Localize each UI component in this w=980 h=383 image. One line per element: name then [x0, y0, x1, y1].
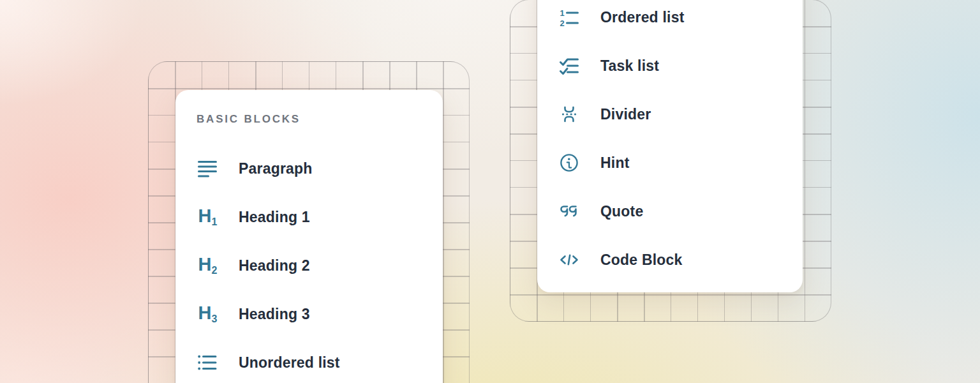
paragraph-icon	[197, 158, 218, 179]
ordered-list-icon: 12	[558, 6, 580, 28]
code-block-icon	[558, 249, 580, 271]
menu-item-label: Heading 1	[239, 209, 310, 226]
menu-item-ordered-list[interactable]: 12 Ordered list	[558, 0, 803, 41]
menu-item-code-block[interactable]: Code Block	[558, 236, 803, 284]
heading-1-icon: H1	[197, 206, 218, 228]
menu-item-unordered-list[interactable]: Unordered list	[197, 338, 443, 383]
heading-2-icon: H2	[197, 255, 218, 276]
menu-item-heading-2[interactable]: H2 Heading 2	[197, 241, 443, 290]
heading-3-icon: H3	[197, 303, 218, 325]
menu-item-quote[interactable]: Quote	[558, 187, 803, 236]
hint-icon	[558, 152, 580, 174]
section-label: BASIC BLOCKS	[197, 112, 443, 127]
unordered-list-icon	[197, 352, 218, 373]
menu-item-list-left: Paragraph H1 Heading 1 H2 Heading 2 H3 H…	[197, 144, 443, 383]
menu-item-heading-1[interactable]: H1 Heading 1	[197, 193, 443, 241]
menu-item-label: Task list	[600, 57, 659, 75]
svg-text:1: 1	[560, 8, 565, 18]
menu-item-task-list[interactable]: Task list	[558, 41, 803, 90]
menu-item-label: Paragraph	[239, 160, 313, 177]
menu-item-label: Heading 2	[239, 257, 310, 274]
menu-item-hint[interactable]: Hint	[558, 139, 803, 187]
svg-text:2: 2	[560, 19, 565, 28]
menu-item-label: Quote	[600, 203, 643, 220]
menu-item-label: Heading 3	[239, 306, 310, 323]
menu-item-divider[interactable]: Divider	[558, 90, 803, 139]
divider-icon	[558, 103, 580, 125]
menu-item-paragraph[interactable]: Paragraph	[197, 144, 443, 193]
quote-icon	[558, 200, 580, 222]
menu-item-list-right: 12 Ordered list Task list Divider Hint Q…	[558, 0, 803, 284]
menu-item-label: Ordered list	[600, 9, 685, 26]
task-list-icon	[558, 55, 580, 77]
menu-item-label: Hint	[600, 154, 630, 172]
menu-item-label: Code Block	[600, 252, 683, 269]
menu-item-label: Divider	[600, 106, 651, 123]
menu-item-heading-3[interactable]: H3 Heading 3	[197, 290, 443, 338]
hero-background: BASIC BLOCKS Paragraph H1 Heading 1 H2 H…	[0, 0, 980, 383]
insert-blocks-menu: 12 Ordered list Task list Divider Hint Q…	[537, 0, 803, 292]
basic-blocks-menu: BASIC BLOCKS Paragraph H1 Heading 1 H2 H…	[175, 90, 443, 383]
menu-item-label: Unordered list	[239, 354, 340, 372]
